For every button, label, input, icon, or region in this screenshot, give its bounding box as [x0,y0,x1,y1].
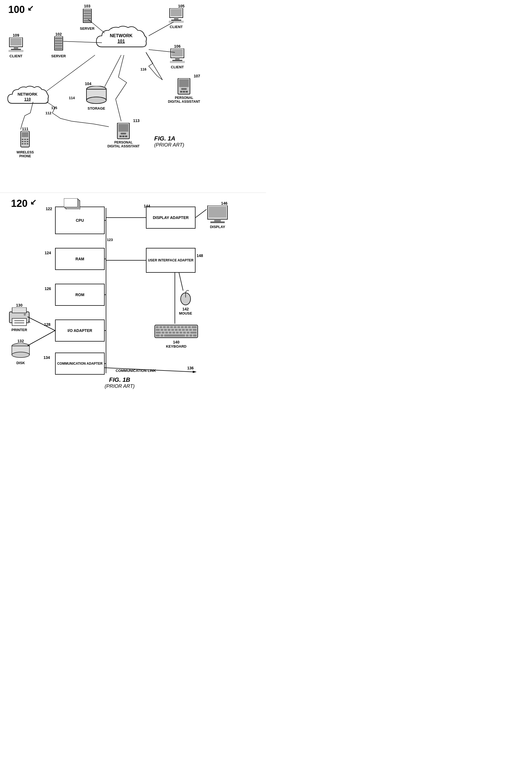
svg-rect-37 [180,91,182,93]
svg-rect-39 [186,91,188,93]
svg-rect-75 [210,221,225,223]
network-101-cloud: NETWORK 101 [94,22,149,58]
comm-adapter-ref: 134 [44,355,50,360]
disk-group: 132 DISK [11,339,30,365]
svg-rect-119 [12,318,26,325]
svg-rect-15 [9,50,23,52]
ref-100: 100 ↙ [8,4,34,15]
cpu-stack-icon [64,198,80,209]
svg-rect-43 [22,139,23,140]
svg-rect-107 [180,332,182,333]
ui-adapter-ref: 148 [197,253,203,258]
display-adapter-block: DISPLAY ADAPTER [146,207,196,229]
svg-rect-105 [172,332,175,333]
svg-rect-108 [183,332,186,333]
svg-rect-84 [174,326,177,328]
network-110-cloud: NETWORK 110 [6,83,50,113]
svg-rect-57 [125,135,127,137]
svg-rect-13 [14,47,18,49]
display-icon [207,205,229,224]
svg-rect-44 [24,139,26,140]
storage-104-icon [85,86,107,105]
io-adapter-block: I/O ADAPTER [55,319,105,341]
network-101-group: NETWORK 101 [94,22,149,59]
svg-line-140 [28,317,55,330]
svg-rect-112 [161,334,163,336]
pda-107-icon [177,78,191,95]
cpu-block: CPU [55,207,105,234]
svg-rect-56 [122,135,124,137]
svg-rect-10 [169,21,183,23]
svg-rect-121 [14,322,24,323]
svg-rect-2 [84,13,91,14]
ram-block: RAM [55,248,105,270]
svg-line-138 [179,273,183,290]
svg-rect-55 [120,135,122,137]
svg-rect-38 [183,91,185,93]
svg-rect-28 [170,61,184,63]
keyboard-group: 140 KEYBOARD [154,322,198,348]
server-103-group: 103 SERVER [80,4,94,31]
io-ref: 128 [44,322,50,327]
svg-rect-96 [178,329,181,331]
pda-113-group: 113 PERSONALDIGITAL ASSISTANT [107,118,140,148]
storage-104-group: 104 STORAGE [85,81,107,110]
svg-rect-83 [170,326,173,328]
svg-rect-99 [189,329,192,331]
svg-text:NETWORK: NETWORK [18,92,37,96]
svg-rect-115 [189,334,192,336]
svg-rect-97 [182,329,185,331]
svg-point-127 [12,352,29,357]
svg-rect-54 [121,133,126,134]
svg-text:114: 114 [69,96,75,100]
svg-text:116: 116 [140,67,146,71]
svg-rect-116 [193,334,197,336]
display-adapter-ref: 144 [144,204,150,208]
figure-1a: 100 ↙ 103 SERVER 105 [0,0,266,193]
svg-point-33 [86,97,106,104]
svg-rect-100 [193,329,197,331]
page: 100 ↙ 103 SERVER 105 [0,0,266,391]
server-103-icon [82,9,93,25]
svg-rect-111 [156,334,160,336]
svg-rect-86 [181,326,184,328]
svg-rect-45 [27,139,28,140]
svg-rect-79 [156,326,159,328]
ui-adapter-block: USER INTERFACE ADAPTER [146,248,196,273]
svg-rect-3 [84,15,91,17]
disk-icon [11,343,30,360]
svg-text:101: 101 [118,39,125,44]
svg-rect-71 [64,198,78,207]
svg-marker-143 [193,371,197,373]
svg-rect-93 [168,329,170,331]
client-105-icon [168,8,184,24]
printer-icon [8,307,30,327]
svg-rect-110 [190,332,197,333]
svg-rect-41 [22,132,28,137]
svg-rect-50 [24,143,26,144]
server-102-group: 102 SERVER [51,32,66,58]
svg-rect-106 [176,332,179,333]
svg-rect-104 [169,332,172,333]
svg-rect-87 [184,326,187,328]
svg-rect-85 [177,326,180,328]
svg-rect-27 [172,60,182,61]
phone-111-icon [20,131,30,149]
pda-107-group: 107 PERSONALDIGITAL ASSISTANT [168,74,200,104]
mouse-icon [180,289,192,306]
fig1a-label: FIG. 1A (PRIOR ART) [154,135,184,148]
comm-link-group: 136 COMMUNICATION LINK [116,368,156,373]
svg-point-122 [24,313,26,316]
svg-rect-19 [55,43,62,44]
client-109-group: 109 CLIENT [8,33,24,58]
svg-rect-25 [172,49,183,56]
svg-rect-4 [84,18,91,19]
svg-rect-47 [24,141,26,142]
svg-line-141 [28,330,55,346]
svg-rect-46 [22,141,23,142]
svg-rect-1 [84,10,91,12]
svg-rect-80 [159,326,162,328]
svg-rect-12 [10,38,21,45]
display-group: 146 DISPLAY [207,201,229,229]
svg-rect-51 [27,143,28,144]
